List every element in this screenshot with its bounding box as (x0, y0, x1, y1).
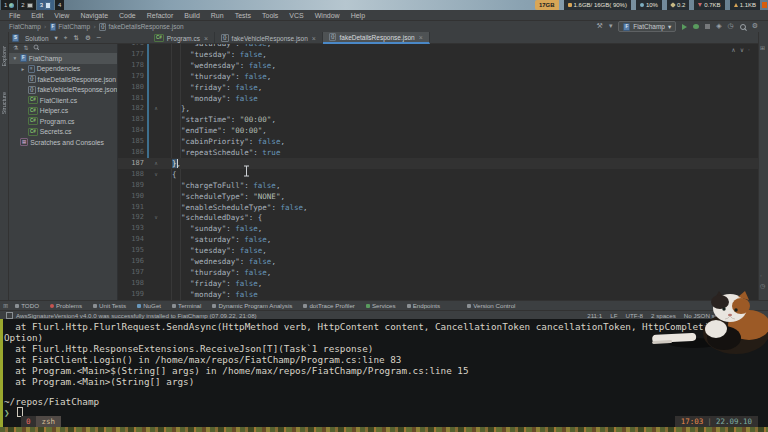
tree-item-helper-cs[interactable]: C#Helper.cs (9, 106, 118, 117)
menu-item-tools[interactable]: Tools (262, 12, 278, 19)
chevron-expanded-icon[interactable]: ▾ (12, 55, 18, 61)
line-number[interactable]: 199 (118, 289, 144, 300)
next-problem-icon[interactable]: ∨ (740, 46, 744, 53)
workspace-button[interactable]: 4 (55, 0, 64, 10)
editor-line[interactable]: 187∧ }, (118, 158, 758, 169)
line-number[interactable]: 184 (118, 125, 144, 136)
breadcrumb-item[interactable]: FiatChamp (9, 23, 41, 30)
fold-marker-icon[interactable]: ∧ (151, 103, 161, 114)
events-icon[interactable]: ◷ (760, 282, 765, 289)
editor-line[interactable]: 184 "endTime": "00:00", (118, 125, 758, 136)
editor-line[interactable]: 185 "cabinPriority": false, (118, 136, 758, 147)
line-number[interactable]: 185 (118, 136, 144, 147)
tree-item-fiatclient-cs[interactable]: C#FiatClient.cs (9, 95, 118, 106)
fold-marker-icon[interactable]: ∨ (151, 169, 161, 180)
tool-window-button-terminal[interactable]: Terminal (172, 302, 201, 309)
line-number[interactable]: 192 (118, 212, 144, 223)
highlight-level-icon[interactable]: · (748, 46, 750, 53)
breadcrumb-item[interactable]: {}fakeDetailsResponse.json (99, 23, 184, 31)
menu-item-refactor[interactable]: Refactor (147, 12, 173, 19)
stop-button[interactable] (705, 24, 710, 29)
menu-item-window[interactable]: Window (315, 12, 340, 19)
editor-line[interactable]: 198 "friday": false, (118, 278, 758, 289)
hide-panel-icon[interactable]: ─ (97, 34, 101, 42)
line-number[interactable]: 187 (118, 158, 144, 169)
expand-collapse-icon[interactable]: ⇅ (73, 34, 78, 42)
tree-item-scratches-and-consoles[interactable]: ▤Scratches and Consoles (9, 137, 118, 148)
editor-line[interactable]: 186 "repeatSchedule": true (118, 147, 758, 158)
editor-line[interactable]: 190 "scheduleType": "NONE", (118, 191, 758, 202)
editor-line[interactable]: 194 "saturday": false, (118, 234, 758, 245)
tool-window-button-todo[interactable]: TODO (15, 302, 39, 309)
status-widget[interactable]: UTF-8 (625, 312, 643, 319)
workspace-button[interactable]: 1 (1, 0, 17, 10)
filter-icon[interactable]: ⚗ (13, 44, 18, 51)
tab-fakeDetailsResponse.json[interactable]: {}fakeDetailsResponse.json× (323, 32, 430, 44)
tool-window-button-nuget[interactable]: NuGet (137, 302, 161, 309)
tool-strip-structure[interactable]: Structure (1, 92, 7, 114)
database-icon[interactable]: ⊞ (760, 44, 765, 51)
menu-item-build[interactable]: Build (184, 12, 200, 19)
line-number[interactable]: 186 (118, 147, 144, 158)
editor-line[interactable]: 195 "tuesday": false, (118, 245, 758, 256)
editor-line[interactable]: 192∨ "scheduledDays": { (118, 212, 758, 223)
menu-item-vcs[interactable]: VCS (289, 12, 303, 19)
status-widget[interactable]: 211:1 (587, 312, 602, 319)
tree-item-dependencies[interactable]: ▸≡Dependencies (9, 64, 118, 75)
editor-line[interactable]: 193 "sunday": false, (118, 223, 758, 234)
chevron-down-icon[interactable]: ▾ (55, 34, 58, 42)
line-number[interactable]: 193 (118, 223, 144, 234)
code-editor[interactable]: 176 "saturday": false,177 "tuesday": fal… (118, 44, 758, 300)
tool-window-button-unit-tests[interactable]: Unit Tests (93, 302, 126, 309)
editor-line[interactable]: 179 "thursday": false, (118, 71, 758, 82)
tool-window-button-dottrace-profiler[interactable]: dotTrace Profiler (303, 302, 355, 309)
run-configuration-select[interactable]: F FiatChamp ▾ (618, 21, 676, 32)
notifications-icon[interactable]: · (760, 272, 762, 279)
tool-window-button-version-control[interactable]: Version Control (467, 302, 515, 309)
tool-window-button-services[interactable]: Services (366, 302, 396, 309)
tool-window-switcher-icon[interactable]: ⊞ (3, 302, 8, 309)
coverage-icon[interactable]: ◈ (716, 23, 721, 30)
menu-item-view[interactable]: View (54, 12, 69, 19)
line-number[interactable]: 183 (118, 114, 144, 125)
menu-item-navigate[interactable]: Navigate (80, 12, 108, 19)
line-number[interactable]: 181 (118, 93, 144, 104)
menu-item-code[interactable]: Code (119, 12, 136, 19)
tool-window-button-endpoints[interactable]: Endpoints (407, 302, 441, 309)
line-number[interactable]: 197 (118, 267, 144, 278)
tab-Program.cs[interactable]: C#Program.cs× (148, 32, 215, 44)
editor-line[interactable]: 183 "startTime": "00:00", (118, 114, 758, 125)
menu-item-help[interactable]: Help (351, 12, 365, 19)
workspace-button[interactable]: 3 (37, 0, 54, 10)
line-number[interactable]: 180 (118, 82, 144, 93)
breadcrumb-item[interactable]: FFiatChamp (50, 23, 91, 31)
prev-problem-icon[interactable]: ∧ (731, 46, 735, 53)
build-tools-icon[interactable]: ⚒ (597, 23, 603, 30)
tree-item-fiatchamp[interactable]: ▾FFiatChamp (9, 53, 118, 64)
editor-line[interactable]: 197 "thursday": false, (118, 267, 758, 278)
locate-file-icon[interactable]: ⌖ (64, 34, 68, 42)
line-number[interactable]: 177 (118, 49, 144, 60)
editor-line[interactable]: 178 "wednesday": false, (118, 60, 758, 71)
tab-fakeVehicleResponse.json[interactable]: {}fakeVehicleResponse.json× (215, 32, 323, 44)
fold-marker-icon[interactable]: ∨ (151, 212, 161, 223)
inspections-widget[interactable]: ∧ ∨ · (731, 46, 750, 53)
chevron-collapsed-icon[interactable]: ▸ (20, 66, 26, 72)
close-tab-icon[interactable]: × (312, 35, 316, 42)
tree-item-fakedetailsresponse-json[interactable]: {}fakeDetailsResponse.json (9, 74, 118, 85)
build-dropdown-icon[interactable]: ▾ (609, 23, 613, 30)
search-icon[interactable] (34, 45, 39, 50)
line-number[interactable]: 189 (118, 180, 144, 191)
line-number[interactable]: 191 (118, 202, 144, 213)
line-number[interactable]: 195 (118, 245, 144, 256)
editor-line[interactable]: 189 "chargeToFull": false, (118, 180, 758, 191)
tool-window-button-dynamic-program-analysis[interactable]: Dynamic Program Analysis (212, 302, 292, 309)
run-button[interactable] (682, 24, 687, 30)
editor-line[interactable]: 180 "friday": false, (118, 82, 758, 93)
line-number[interactable]: 196 (118, 256, 144, 267)
line-number[interactable]: 188 (118, 169, 144, 180)
workspace-button[interactable]: 2 (18, 0, 35, 10)
editor-line[interactable]: 196 "wednesday": false, (118, 256, 758, 267)
event-log-message[interactable]: AwsSignatureVersion4 v4.0.0 was successf… (6, 312, 257, 319)
menu-item-edit[interactable]: Edit (31, 12, 43, 19)
